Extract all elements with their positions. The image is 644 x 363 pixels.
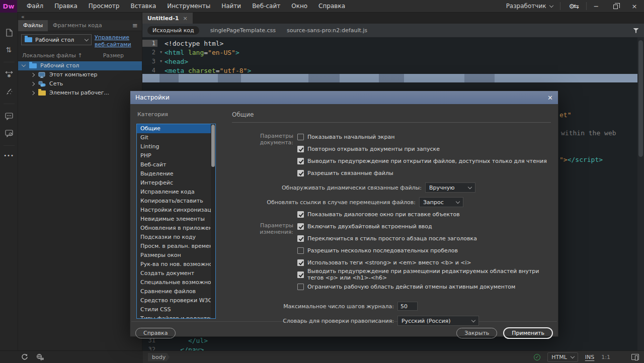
checkbox-unchecked[interactable] — [297, 134, 304, 140]
category-item-14[interactable]: Размеры окон — [137, 251, 215, 260]
checkbox-checked[interactable] — [297, 259, 304, 266]
tree-row[interactable]: Рабочий стол — [18, 61, 142, 70]
category-item-0[interactable]: Общие — [137, 124, 215, 133]
checkbox-option[interactable]: Повторно открывать документы при запуске — [232, 146, 440, 152]
category-item-12[interactable]: Подсказки по коду — [137, 233, 215, 242]
device-preview-icon[interactable] — [631, 354, 639, 360]
checkbox-option[interactable]: Разрешить несколько последовательных про… — [232, 247, 458, 254]
related-file-1[interactable]: singlePageTemplate.css — [210, 27, 276, 34]
chevron-right-icon[interactable] — [31, 72, 35, 76]
new-file-icon[interactable] — [4, 28, 14, 38]
menu-item-3[interactable]: Вставка — [125, 0, 162, 12]
format-brush-icon[interactable] — [4, 86, 14, 97]
panel-menu-icon[interactable]: ≡ — [132, 22, 138, 29]
dropdown[interactable]: Вручную — [425, 183, 475, 193]
checkbox-checked[interactable] — [297, 146, 304, 152]
dialog-titlebar[interactable]: Настройки ✕ — [130, 91, 558, 104]
checkbox-option[interactable]: Использовать теги <strong> и <em> вместо… — [232, 259, 471, 266]
checkbox-checked[interactable] — [297, 158, 304, 164]
category-item-4[interactable]: Веб-сайт — [137, 160, 215, 169]
category-item-15[interactable]: Рук-ва по нов. возможностям — [137, 260, 215, 269]
category-item-17[interactable]: Специальные возможности — [137, 278, 215, 287]
workspace-switcher[interactable]: Разработчик — [499, 3, 560, 10]
related-file-2[interactable]: source-sans-pro:n2:default.js — [287, 27, 367, 34]
text-input[interactable] — [397, 302, 418, 311]
code-scrollbar[interactable] — [637, 37, 644, 350]
checkbox-checked[interactable] — [297, 271, 304, 278]
category-item-13[interactable]: Просм. в реальн. времени — [137, 242, 215, 251]
fold-arrow-icon[interactable]: ▼ — [157, 59, 165, 63]
collapse-panel-icon[interactable]: « — [18, 13, 142, 20]
checkbox-checked[interactable] — [297, 170, 304, 176]
more-tools-icon[interactable]: ••• — [4, 153, 14, 158]
category-item-21[interactable]: Типы файлов и редакторы — [137, 314, 215, 319]
category-item-5[interactable]: Выделение — [137, 169, 215, 178]
category-item-11[interactable]: Обновления в приложении — [137, 224, 215, 233]
scrollbar-thumb[interactable] — [638, 40, 643, 157]
category-item-2[interactable]: Linting — [137, 142, 215, 151]
checkbox-option[interactable]: Выводить предупреждение при открытии фай… — [232, 158, 547, 164]
apply-button[interactable]: Применить — [503, 327, 553, 339]
fold-arrow-icon[interactable]: ▼ — [157, 50, 165, 54]
category-item-7[interactable]: Исправление кода — [137, 188, 215, 197]
manage-sites-link[interactable]: Управление веб-сайтами — [95, 34, 139, 48]
category-scrollbar[interactable] — [211, 124, 215, 318]
category-item-1[interactable]: Git — [137, 133, 215, 142]
menu-item-6[interactable]: Веб-сайт — [247, 0, 286, 12]
menu-item-0[interactable]: Файл — [21, 0, 49, 12]
scrollbar-thumb[interactable] — [211, 125, 215, 167]
menu-item-1[interactable]: Правка — [49, 0, 83, 12]
category-item-18[interactable]: Сравнение файлов — [137, 287, 215, 296]
category-item-10[interactable]: Невидимые элементы — [137, 215, 215, 224]
panel-tab-0[interactable]: Файлы — [18, 20, 48, 31]
checkbox-checked[interactable] — [297, 223, 304, 230]
tag-selector-body[interactable]: body — [148, 353, 170, 361]
site-select[interactable]: Рабочий стол — [21, 34, 92, 45]
related-file-0[interactable]: Исходный код — [147, 26, 199, 35]
category-item-8[interactable]: Копировать/вставить — [137, 197, 215, 206]
menu-item-8[interactable]: Справка — [313, 0, 351, 12]
menu-item-5[interactable]: Найти — [216, 0, 247, 12]
panel-tab-1[interactable]: Фрагменты кода — [48, 20, 107, 31]
column-files[interactable]: Локальные файлы ↑ — [22, 52, 83, 59]
tree-row[interactable]: Элементы рабочег... — [18, 88, 142, 98]
category-item-3[interactable]: PHP — [137, 151, 215, 160]
dropdown[interactable]: Запрос — [419, 197, 463, 207]
tab-close-icon[interactable]: × — [183, 15, 187, 22]
apply-comment-icon[interactable] — [4, 111, 14, 121]
checkbox-checked[interactable] — [297, 211, 304, 218]
category-item-20[interactable]: Стили CSS — [137, 305, 215, 314]
remove-comment-icon[interactable] — [4, 128, 14, 138]
document-tab[interactable]: Untitled-1 × — [142, 13, 193, 24]
tree-row[interactable]: Этот компьютер — [18, 70, 142, 79]
checkbox-option[interactable]: Переключиться в стиль простого абзаца по… — [232, 235, 477, 242]
doc-type-select[interactable]: HTML — [547, 352, 578, 362]
chevron-down-icon[interactable] — [22, 63, 26, 67]
checkbox-option[interactable]: Ограничить рабочую область действий отме… — [232, 284, 515, 290]
close-button[interactable]: × — [625, 0, 644, 12]
tree-row[interactable]: Сеть — [18, 79, 142, 88]
category-item-16[interactable]: Создать документ — [137, 269, 215, 278]
minimize-button[interactable]: − — [587, 0, 606, 12]
dialog-close-icon[interactable]: ✕ — [547, 94, 553, 102]
chevron-right-icon[interactable] — [31, 90, 35, 95]
restore-button[interactable] — [606, 0, 625, 12]
dropdown[interactable]: Русский (Россия) — [397, 316, 479, 326]
category-item-19[interactable]: Средство проверки W3C — [137, 296, 215, 305]
checkbox-option[interactable]: Разрешить связанные файлы — [232, 170, 393, 176]
file-transfer-icon[interactable]: ⇅ — [4, 45, 14, 55]
filter-icon[interactable] — [633, 28, 639, 33]
menu-item-2[interactable]: Просмотр — [83, 0, 125, 12]
chevron-right-icon[interactable] — [31, 81, 35, 85]
close-button[interactable]: Закрыть — [456, 328, 497, 338]
checkbox-option[interactable]: Выводить предупреждение при размещении р… — [232, 268, 551, 281]
category-item-6[interactable]: Интерфейс — [137, 178, 215, 188]
checkbox-checked[interactable] — [297, 235, 304, 242]
wrap-width-icon[interactable]: ✱ — [4, 69, 14, 79]
sync-settings-button[interactable]: ⚙⇆ — [560, 3, 586, 10]
help-button[interactable]: Справка — [135, 328, 176, 338]
checkbox-unchecked[interactable] — [297, 247, 304, 254]
category-item-9[interactable]: Настройки синхронизации — [137, 206, 215, 215]
menu-item-7[interactable]: Окно — [286, 0, 313, 12]
file-activity-icon[interactable] — [36, 353, 44, 361]
